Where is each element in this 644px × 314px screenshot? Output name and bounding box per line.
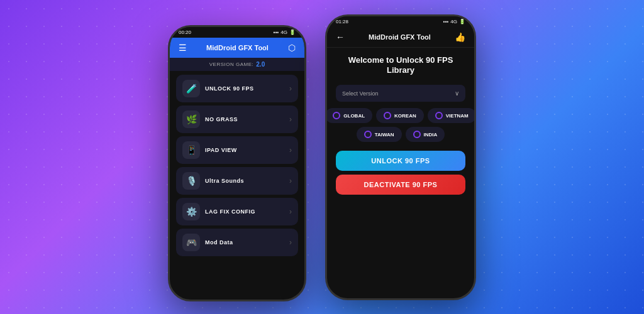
version-btn-india[interactable]: INDIA (406, 127, 445, 142)
arrow-icon-2: › (289, 115, 292, 124)
status-icons-2: ▪▪▪ 4G 🔋 (443, 19, 465, 24)
ipad-view-label: IPAD VIEW (205, 147, 284, 153)
signal-icon-1: ▪▪▪ (274, 30, 279, 35)
status-bar-1: 00:20 ▪▪▪ 4G 🔋 (170, 27, 304, 38)
no-grass-label: NO GRASS (205, 116, 284, 122)
menu-item-mod-data[interactable]: 🎮 Mod Data › (176, 229, 298, 256)
unlock-90fps-label: UNLOCK 90 FPS (371, 157, 430, 165)
radio-india (413, 131, 421, 138)
time-2: 01:28 (336, 19, 348, 24)
version-btn-global[interactable]: GLOBAL (325, 108, 372, 123)
select-version-bar[interactable]: Select Version ∨ (336, 85, 465, 102)
lag-fix-icon: ⚙️ (182, 203, 200, 220)
arrow-icon-3: › (289, 146, 292, 154)
like-icon[interactable]: 👍 (455, 32, 465, 42)
time-1: 00:20 (179, 30, 191, 35)
app-title-1: MidDroid GFX Tool (206, 44, 269, 51)
menu-item-unlock-fps[interactable]: 🧪 UNLOCK 90 FPS › (176, 75, 298, 102)
arrow-icon-4: › (289, 176, 292, 185)
radio-vietnam (435, 112, 443, 119)
menu-item-ultra-sounds[interactable]: 🎙️ Ultra Sounds › (176, 167, 298, 195)
mod-data-label: Mod Data (205, 239, 284, 246)
back-icon[interactable]: ← (336, 32, 345, 42)
network-2: 4G (450, 19, 457, 24)
ipad-view-icon: 📱 (182, 141, 200, 159)
version-row-1: GLOBAL KOREAN VIETNAM (336, 108, 465, 123)
ultra-sounds-icon: 🎙️ (182, 172, 200, 190)
status-bar-2: 01:28 ▪▪▪ 4G 🔋 (327, 16, 474, 27)
app-title-2: MidDroid GFX Tool (369, 33, 431, 41)
menu-item-ipad-view[interactable]: 📱 IPAD VIEW › (176, 136, 298, 164)
signal-icon-2: ▪▪▪ (443, 19, 449, 24)
radio-global (333, 112, 340, 119)
version-value: 2.0 (256, 61, 265, 68)
version-label-taiwan: TAIWAN (375, 132, 394, 138)
select-version-label: Select Version (342, 90, 379, 97)
unlock-90fps-button[interactable]: UNLOCK 90 FPS (336, 151, 465, 171)
radio-taiwan (364, 131, 372, 138)
version-label-global: GLOBAL (343, 113, 365, 119)
version-btn-taiwan[interactable]: TAIWAN (357, 127, 402, 142)
menu-list: 🧪 UNLOCK 90 FPS › 🌿 NO GRASS › 📱 IPAD VI… (170, 71, 304, 260)
phone-1: 00:20 ▪▪▪ 4G 🔋 ☰ MidDroid GFX Tool ⬡ VER… (168, 25, 306, 301)
network-1: 4G (280, 30, 287, 35)
unlock-fps-label: UNLOCK 90 FPS (205, 85, 284, 92)
version-label-india: INDIA (424, 132, 438, 138)
menu-item-no-grass[interactable]: 🌿 NO GRASS › (176, 106, 298, 133)
version-row-2: TAIWAN INDIA (336, 127, 465, 142)
battery-icon-1: 🔋 (289, 30, 296, 35)
radio-korean (384, 112, 391, 119)
app-header-1: ☰ MidDroid GFX Tool ⬡ (170, 38, 304, 58)
arrow-icon-1: › (289, 84, 292, 93)
deactivate-90fps-label: DEACTIVATE 90 FPS (364, 181, 438, 188)
version-label-vietnam: VIETNAM (446, 113, 469, 119)
version-btn-vietnam[interactable]: VIETNAM (428, 108, 476, 123)
lag-fix-label: LAG FIX CONFIG (205, 208, 284, 215)
mod-data-icon: 🎮 (182, 234, 200, 251)
status-icons-1: ▪▪▪ 4G 🔋 (274, 30, 296, 35)
version-bar: VERSION GAME: 2.0 (170, 58, 304, 71)
ultra-sounds-label: Ultra Sounds (205, 178, 284, 184)
deactivate-90fps-button[interactable]: DEACTIVATE 90 FPS (336, 175, 465, 195)
version-btn-korean[interactable]: KOREAN (376, 108, 424, 123)
chevron-down-icon: ∨ (455, 90, 459, 97)
menu-item-lag-fix[interactable]: ⚙️ LAG FIX CONFIG › (176, 198, 298, 225)
version-grid: GLOBAL KOREAN VIETNAM TAIWAN I (336, 108, 465, 142)
arrow-icon-6: › (289, 238, 292, 247)
no-grass-icon: 🌿 (182, 111, 200, 128)
version-label: VERSION GAME: (209, 62, 254, 67)
menu-icon[interactable]: ☰ (179, 43, 187, 53)
phone2-body: Welcome to Unlock 90 FPS Library Select … (327, 48, 474, 207)
version-label-korean: KOREAN (394, 113, 416, 119)
welcome-title: Welcome to Unlock 90 FPS Library (336, 55, 465, 77)
phone-2: 01:28 ▪▪▪ 4G 🔋 ← MidDroid GFX Tool 👍 Wel… (325, 14, 476, 300)
app-header-2: ← MidDroid GFX Tool 👍 (327, 27, 474, 48)
battery-icon-2: 🔋 (459, 19, 465, 24)
arrow-icon-5: › (289, 207, 292, 216)
share-icon[interactable]: ⬡ (288, 43, 296, 53)
unlock-fps-icon: 🧪 (182, 80, 200, 97)
